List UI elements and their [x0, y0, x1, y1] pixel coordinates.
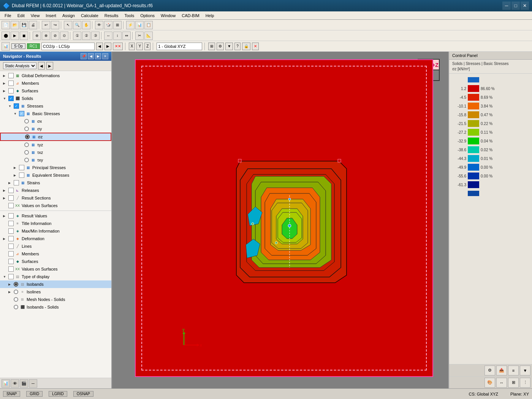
menu-edit[interactable]: Edit	[14, 13, 28, 19]
cp-table-btn[interactable]: ⊞	[508, 378, 519, 388]
check-lines[interactable]	[8, 244, 14, 249]
tree-equivalent-stresses[interactable]: ▶ ▦ Equivalent Stresses	[0, 171, 111, 179]
tree-basic-stresses[interactable]: ▼ ✓ ▦ Basic Stresses	[0, 110, 111, 117]
tb2-btn-15[interactable]: 📐	[144, 32, 153, 40]
cp-options-btn[interactable]: ⋮	[520, 378, 530, 388]
nav-sub-next[interactable]: ▶	[46, 62, 53, 70]
radio-tau-xy[interactable]	[24, 158, 29, 162]
menu-calculate[interactable]: Calculate	[78, 13, 101, 19]
report-button[interactable]: 📋	[144, 21, 153, 29]
tree-members[interactable]: ▶ ⊿ Members	[0, 79, 111, 87]
arrow-releases[interactable]: ▶	[3, 189, 8, 192]
radio-sigma-z[interactable]	[25, 135, 30, 139]
check-values-on-surfaces-2[interactable]	[8, 266, 14, 272]
tb2-btn-14[interactable]: ✂	[135, 32, 144, 40]
nav-bottom-btn-2[interactable]: 👁	[11, 379, 19, 388]
run-button[interactable]: ✕✕	[113, 43, 123, 50]
tree-isobands-solids[interactable]: ⬛ Isobands - Solids	[0, 303, 111, 311]
arrow-strains[interactable]: ▶	[8, 181, 14, 185]
tree-max-min-information[interactable]: ◈ Max/Min Information	[0, 227, 111, 235]
new-button[interactable]: 📄	[2, 21, 10, 29]
nav-pin-button[interactable]: 📌	[81, 53, 87, 59]
nav-next-button[interactable]: ▶	[95, 53, 101, 59]
print-button[interactable]: 🖨	[29, 21, 37, 29]
arrow-result-values[interactable]: ▶	[3, 214, 8, 218]
menu-insert[interactable]: Insert	[43, 13, 59, 19]
open-button[interactable]: 📂	[11, 21, 19, 29]
status-lgrid[interactable]: LGRID	[49, 391, 67, 397]
tree-result-sections[interactable]: ▶ ╱ Result Sections	[0, 194, 111, 202]
menu-cad-bim[interactable]: CAD-BIM	[179, 13, 202, 19]
tree-solids[interactable]: ▼ ✓ ⬛ Solids	[0, 95, 111, 102]
nav-bottom-btn-4[interactable]: ─	[29, 379, 37, 388]
render-button[interactable]: 🎲	[104, 21, 112, 29]
tree-tau-xz[interactable]: ▦ τxz	[0, 149, 111, 156]
tree-global-deformations[interactable]: ▶ ▦ Global Deformations	[0, 72, 111, 79]
arrow-isolines[interactable]: ▶	[8, 290, 14, 294]
check-strains[interactable]	[14, 180, 19, 185]
cp-export-btn[interactable]: 📤	[496, 366, 507, 375]
tree-lines[interactable]: ╱ Lines	[0, 242, 111, 250]
tb2-btn-8[interactable]: ①	[73, 32, 81, 40]
check-surfaces-2[interactable]	[8, 259, 14, 264]
zoom-button[interactable]: 🔍	[73, 21, 81, 29]
arrow-result-sections[interactable]: ▶	[3, 196, 8, 200]
tb2-btn-10[interactable]: ③	[91, 32, 100, 40]
arrow-equivalent-stresses[interactable]: ▶	[14, 174, 19, 177]
nav-close-button[interactable]: ✕	[102, 53, 108, 59]
tb2-btn-5[interactable]: ⊗	[42, 32, 50, 40]
tree-title-information[interactable]: ≡ Title Information	[0, 220, 111, 227]
calc-button[interactable]: ⚡	[126, 21, 135, 29]
check-members[interactable]	[8, 81, 14, 86]
next-case-button[interactable]: ▶	[104, 43, 111, 50]
view-x-button[interactable]: X	[129, 43, 135, 50]
check-stresses[interactable]: ✓	[14, 103, 19, 109]
radio-sigma-x[interactable]	[24, 119, 29, 124]
radio-sigma-y[interactable]	[24, 127, 29, 131]
arrow-basic-stresses[interactable]: ▼	[14, 112, 19, 116]
tb2-btn-4[interactable]: ⊕	[33, 32, 41, 40]
menu-options[interactable]: Options	[137, 13, 158, 19]
check-surfaces[interactable]	[8, 88, 14, 93]
tree-strains[interactable]: ▶ ▦ Strains	[0, 179, 111, 187]
arrow-global-deformations[interactable]: ▶	[3, 74, 8, 78]
cp-move-btn[interactable]: ↔	[496, 378, 507, 388]
tree-isolines[interactable]: ▶ ≡ Isolines	[0, 288, 111, 296]
coord-sys-input[interactable]	[157, 43, 202, 50]
arrow-type-of-display[interactable]: ▼	[3, 275, 8, 279]
view-button[interactable]: 👁	[95, 21, 103, 29]
settings-button[interactable]: ⚙	[217, 43, 224, 50]
grid-button[interactable]: ⊞	[113, 21, 122, 29]
tree-sigma-y[interactable]: ▦ σy	[0, 125, 111, 133]
check-solids[interactable]: ✓	[8, 96, 14, 101]
tree-sigma-z[interactable]: ▦ σz	[0, 133, 111, 141]
tree-members-2[interactable]: ⊿ Members	[0, 250, 111, 258]
tb2-btn-13[interactable]: ⇔	[122, 32, 131, 40]
radio-isobands-solids[interactable]	[14, 305, 18, 309]
tree-tau-xy[interactable]: ▦ τxy	[0, 156, 111, 164]
tb2-btn-9[interactable]: ②	[82, 32, 90, 40]
tb2-btn-3[interactable]: ◼	[20, 32, 28, 40]
result-button[interactable]: 📊	[135, 21, 144, 29]
tree-isobands[interactable]: ▶ ▤ Isobands	[0, 280, 111, 288]
close-button[interactable]: ✕	[521, 2, 529, 10]
snap-button[interactable]: ⊞	[208, 43, 215, 50]
cp-list-btn[interactable]: ≡	[508, 366, 519, 375]
radio-tau-yz[interactable]	[24, 142, 29, 147]
check-principal-stresses[interactable]	[19, 165, 24, 170]
select-button[interactable]: ↖	[64, 21, 72, 29]
maximize-button[interactable]: □	[511, 2, 520, 10]
cp-settings-btn[interactable]: ⚙	[484, 366, 495, 375]
cp-filter-btn[interactable]: ▼	[520, 366, 530, 375]
arrow-deformation[interactable]: ▶	[3, 237, 8, 241]
delete-button[interactable]: ✕	[252, 43, 259, 50]
arrow-members[interactable]: ▶	[3, 82, 8, 85]
view-z-button[interactable]: Z	[144, 43, 150, 50]
filter-button[interactable]: ▼	[225, 43, 233, 50]
tree-mesh-nodes-solids[interactable]: ⊞ Mesh Nodes - Solids	[0, 296, 111, 303]
check-releases[interactable]	[8, 188, 14, 193]
tree-type-of-display[interactable]: ▼ ▤ Type of display	[0, 273, 111, 280]
arrow-isobands[interactable]: ▶	[8, 283, 14, 286]
radio-isobands[interactable]	[14, 282, 18, 287]
tree-values-on-surfaces[interactable]: XX Values on Surfaces	[0, 202, 111, 209]
